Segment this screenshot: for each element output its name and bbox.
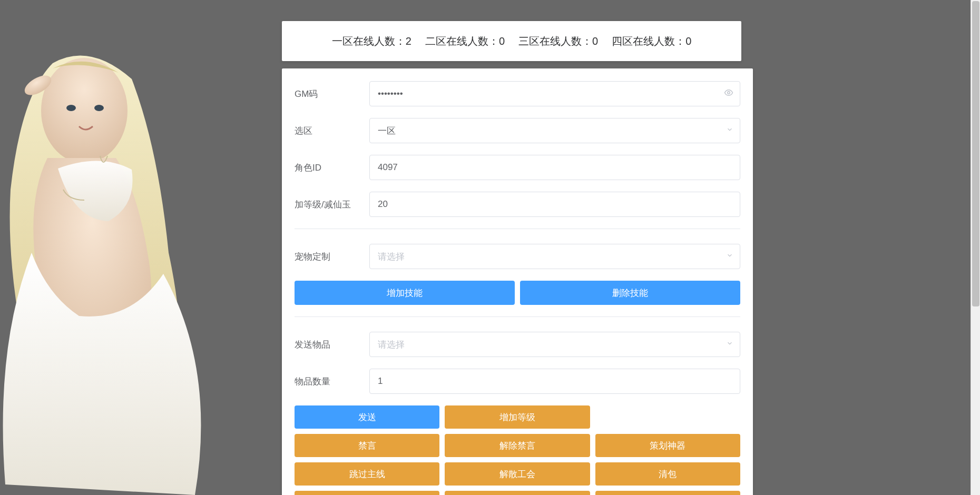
divider bbox=[295, 229, 740, 229]
divider bbox=[295, 316, 740, 317]
svg-point-4 bbox=[728, 91, 730, 94]
item-quantity-field[interactable] bbox=[378, 376, 732, 387]
clear-bag-button[interactable]: 清包 bbox=[595, 462, 740, 486]
chevron-down-icon bbox=[726, 251, 733, 262]
online-stats-card: 一区在线人数：2 二区在线人数：0 三区在线人数：0 四区在线人数：0 bbox=[282, 21, 741, 61]
delete-skill-button[interactable]: 删除技能 bbox=[520, 281, 740, 305]
svg-point-2 bbox=[94, 105, 104, 111]
item-quantity-label: 物品数量 bbox=[295, 375, 369, 388]
gm-code-field[interactable] bbox=[378, 88, 732, 99]
zone1-label: 一区在线人数： bbox=[332, 35, 406, 47]
gm-form-card: GM码 选区 一区 角色ID 加等级/减仙玉 宠物定制 bbox=[282, 68, 753, 495]
send-button[interactable]: 发送 bbox=[295, 405, 439, 429]
pet-custom-label: 宠物定制 bbox=[295, 251, 369, 263]
zone4-label: 四区在线人数： bbox=[612, 35, 685, 47]
planner-artifact-button[interactable]: 策划神器 bbox=[595, 434, 740, 457]
send-item-label: 发送物品 bbox=[295, 339, 369, 351]
send-item-placeholder: 请选择 bbox=[378, 339, 405, 351]
level-label: 加等级/减仙玉 bbox=[295, 199, 369, 211]
svg-point-3 bbox=[22, 72, 54, 99]
increase-level-button[interactable]: 增加等级 bbox=[445, 405, 590, 429]
unmute-button[interactable]: 解除禁言 bbox=[445, 434, 590, 457]
level-field[interactable] bbox=[378, 199, 732, 210]
add-skill-button[interactable]: 增加技能 bbox=[295, 281, 515, 305]
zone2-stat: 二区在线人数：0 bbox=[425, 34, 505, 48]
zone3-count: 0 bbox=[592, 35, 598, 47]
ban-button[interactable]: 封号 bbox=[445, 491, 590, 495]
role-id-field[interactable] bbox=[378, 162, 732, 173]
mute-button[interactable]: 禁言 bbox=[295, 434, 439, 457]
eye-icon[interactable] bbox=[724, 88, 733, 100]
pet-custom-select[interactable]: 请选择 bbox=[369, 244, 740, 269]
page-scrollbar[interactable] bbox=[971, 0, 980, 495]
zone1-stat: 一区在线人数：2 bbox=[332, 34, 411, 48]
chevron-down-icon bbox=[726, 339, 733, 350]
zone4-count: 0 bbox=[685, 35, 691, 47]
character-illustration bbox=[0, 32, 227, 495]
zone-select-value: 一区 bbox=[378, 125, 396, 137]
skip-main-quest-button[interactable]: 跳过主线 bbox=[295, 462, 439, 486]
unban-button[interactable]: 解封 bbox=[295, 491, 439, 495]
role-id-label: 角色ID bbox=[295, 162, 369, 174]
zone-select[interactable]: 一区 bbox=[369, 118, 740, 143]
gm-code-input[interactable] bbox=[369, 81, 740, 106]
increase-level-button-2[interactable]: 增加等级 bbox=[595, 491, 740, 495]
zone3-label: 三区在线人数： bbox=[518, 35, 592, 47]
level-input[interactable] bbox=[369, 192, 740, 217]
scrollbar-thumb[interactable] bbox=[972, 1, 979, 306]
zone-select-label: 选区 bbox=[295, 125, 369, 137]
svg-point-1 bbox=[66, 105, 76, 111]
gm-code-label: GM码 bbox=[295, 88, 369, 100]
item-quantity-input[interactable] bbox=[369, 369, 740, 394]
svg-point-0 bbox=[41, 58, 128, 163]
zone2-label: 二区在线人数： bbox=[425, 35, 499, 47]
zone2-count: 0 bbox=[499, 35, 505, 47]
pet-placeholder: 请选择 bbox=[378, 251, 405, 263]
disband-guild-button[interactable]: 解散工会 bbox=[445, 462, 590, 486]
send-item-select[interactable]: 请选择 bbox=[369, 332, 740, 357]
chevron-down-icon bbox=[726, 125, 733, 136]
role-id-input[interactable] bbox=[369, 155, 740, 180]
zone1-count: 2 bbox=[406, 35, 411, 47]
zone4-stat: 四区在线人数：0 bbox=[612, 34, 691, 48]
zone3-stat: 三区在线人数：0 bbox=[518, 34, 598, 48]
